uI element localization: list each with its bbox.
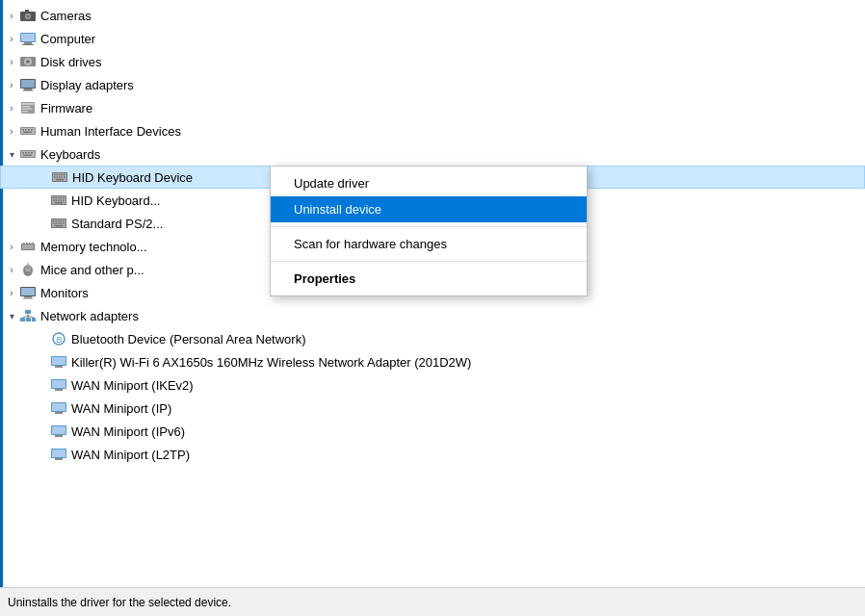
monitors-label: Monitors bbox=[40, 286, 89, 300]
keyboards-icon bbox=[19, 147, 37, 161]
expand-arrow-mice[interactable] bbox=[4, 262, 19, 277]
memory-label: Memory technolo... bbox=[40, 240, 147, 254]
wan-ikev2-label: WAN Miniport (IKEv2) bbox=[71, 378, 194, 393]
svg-rect-5 bbox=[21, 34, 35, 41]
svg-rect-47 bbox=[56, 179, 64, 180]
svg-rect-89 bbox=[20, 318, 25, 321]
svg-rect-78 bbox=[29, 243, 31, 244]
hid-keyboard-2-label: HID Keyboard... bbox=[71, 193, 161, 208]
svg-point-11 bbox=[27, 61, 29, 63]
svg-rect-58 bbox=[61, 200, 63, 201]
svg-rect-17 bbox=[22, 103, 34, 105]
tree-item-firmware[interactable]: Firmware bbox=[0, 96, 865, 119]
svg-rect-37 bbox=[54, 174, 56, 175]
tree-item-bluetooth[interactable]: B Bluetooth Device (Personal Area Networ… bbox=[0, 327, 865, 350]
svg-rect-106 bbox=[55, 412, 63, 414]
tree-item-hid[interactable]: Human Interface Devices bbox=[0, 119, 865, 142]
kbd-device2-icon bbox=[50, 193, 67, 207]
svg-rect-38 bbox=[57, 174, 59, 175]
tree-item-killer-wifi[interactable]: Killer(R) Wi-Fi 6 AX1650s 160MHz Wireles… bbox=[0, 350, 865, 373]
expand-arrow-firmware[interactable] bbox=[4, 100, 19, 116]
properties-item[interactable]: Properties bbox=[271, 266, 587, 292]
uninstall-device-item[interactable]: Uninstall device bbox=[271, 196, 587, 222]
svg-rect-65 bbox=[58, 220, 60, 221]
svg-rect-73 bbox=[55, 225, 63, 226]
svg-rect-57 bbox=[58, 200, 60, 201]
svg-rect-103 bbox=[55, 389, 63, 391]
svg-rect-77 bbox=[26, 243, 28, 244]
svg-rect-24 bbox=[25, 129, 27, 131]
memory-icon bbox=[19, 240, 37, 253]
update-driver-item[interactable]: Update driver bbox=[271, 170, 587, 196]
svg-rect-52 bbox=[58, 197, 60, 198]
tree-item-cameras[interactable]: Cameras bbox=[0, 4, 865, 27]
expand-arrow-network[interactable] bbox=[4, 308, 19, 323]
tree-item-disk-drives[interactable]: Disk drives bbox=[0, 50, 865, 73]
svg-rect-22 bbox=[21, 128, 35, 134]
svg-rect-41 bbox=[64, 174, 66, 175]
tree-item-keyboards[interactable]: Keyboards bbox=[0, 142, 865, 166]
svg-rect-63 bbox=[53, 220, 55, 221]
firmware-label: Firmware bbox=[40, 101, 92, 116]
expand-arrow-keyboards[interactable] bbox=[4, 146, 19, 162]
context-menu-divider2 bbox=[271, 261, 587, 262]
svg-rect-46 bbox=[64, 177, 66, 178]
tree-item-computer[interactable]: Computer bbox=[0, 27, 865, 50]
svg-rect-27 bbox=[23, 132, 32, 134]
svg-text:B: B bbox=[57, 335, 63, 345]
svg-rect-71 bbox=[61, 223, 63, 224]
context-menu-divider1 bbox=[271, 226, 587, 227]
tree-item-wan-ipv6[interactable]: WAN Miniport (IPv6) bbox=[0, 420, 865, 443]
svg-rect-105 bbox=[52, 403, 66, 411]
svg-rect-3 bbox=[25, 10, 29, 13]
tree-item-network-adapters[interactable]: Network adapters bbox=[0, 304, 865, 327]
tree-item-wan-ip[interactable]: WAN Miniport (IP) bbox=[0, 397, 865, 420]
expand-arrow-memory[interactable] bbox=[4, 239, 19, 254]
svg-rect-112 bbox=[55, 458, 63, 460]
display-adapters-label: Display adapters bbox=[40, 78, 134, 92]
network-icon bbox=[19, 309, 37, 322]
killer-wifi-label: Killer(R) Wi-Fi 6 AX1650s 160MHz Wireles… bbox=[71, 355, 471, 370]
wan-l2tp-label: WAN Miniport (L2TP) bbox=[71, 448, 190, 462]
monitor-icon bbox=[19, 286, 37, 299]
svg-rect-26 bbox=[31, 129, 33, 131]
svg-rect-72 bbox=[63, 223, 65, 224]
svg-rect-68 bbox=[53, 223, 55, 224]
svg-rect-31 bbox=[25, 152, 27, 154]
svg-rect-23 bbox=[22, 129, 24, 131]
expand-arrow-hid[interactable] bbox=[4, 123, 19, 139]
expand-arrow-monitors[interactable] bbox=[4, 285, 19, 300]
svg-rect-40 bbox=[62, 174, 64, 175]
mice-icon bbox=[19, 263, 37, 276]
expand-arrow-computer[interactable] bbox=[4, 31, 19, 46]
tree-item-display-adapters[interactable]: Display adapters bbox=[0, 73, 865, 96]
svg-rect-29 bbox=[21, 151, 35, 157]
cameras-label: Cameras bbox=[40, 9, 92, 23]
svg-rect-87 bbox=[23, 298, 33, 299]
scan-hardware-item[interactable]: Scan for hardware changes bbox=[271, 231, 587, 257]
expand-arrow-disk[interactable] bbox=[4, 54, 19, 69]
kbd-device-icon bbox=[51, 170, 68, 184]
svg-rect-60 bbox=[55, 202, 63, 203]
main-area: Cameras Computer bbox=[0, 0, 865, 587]
tree-item-wan-l2tp[interactable]: WAN Miniport (L2TP) bbox=[0, 443, 865, 466]
wan-ip-icon bbox=[50, 401, 67, 415]
svg-rect-69 bbox=[56, 223, 58, 224]
context-menu: Update driver Uninstall device Scan for … bbox=[270, 166, 588, 296]
expand-arrow-display[interactable] bbox=[4, 77, 19, 92]
svg-rect-50 bbox=[53, 197, 55, 198]
svg-rect-86 bbox=[24, 296, 32, 298]
svg-rect-99 bbox=[52, 357, 66, 365]
mice-label: Mice and other p... bbox=[40, 263, 144, 277]
svg-rect-59 bbox=[63, 200, 65, 201]
svg-rect-75 bbox=[22, 244, 34, 249]
expand-arrow-cameras[interactable] bbox=[4, 8, 19, 23]
svg-rect-66 bbox=[61, 220, 63, 221]
hid-label: Human Interface Devices bbox=[40, 124, 181, 139]
svg-line-93 bbox=[23, 316, 29, 318]
disk-icon bbox=[19, 55, 37, 68]
tree-item-wan-ikev2[interactable]: WAN Miniport (IKEv2) bbox=[0, 373, 865, 397]
svg-rect-108 bbox=[52, 426, 66, 434]
svg-rect-85 bbox=[21, 288, 35, 295]
svg-rect-30 bbox=[22, 152, 24, 154]
